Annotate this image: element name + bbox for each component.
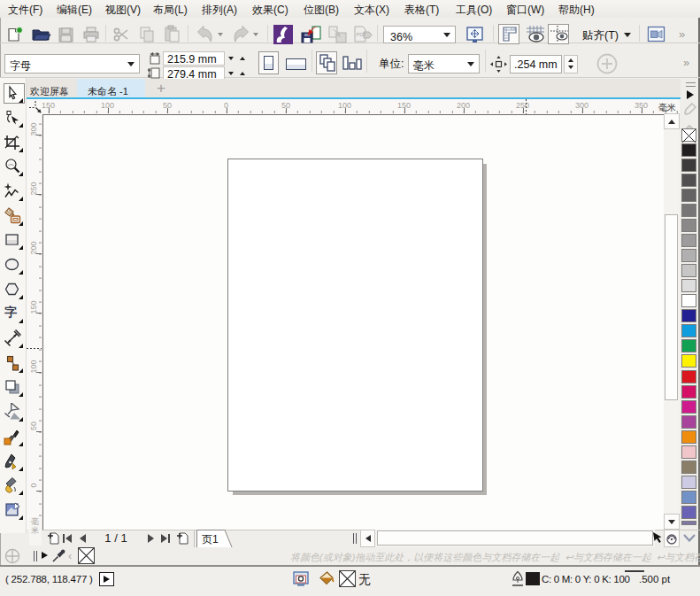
svg-text:PDF: PDF <box>357 32 367 37</box>
